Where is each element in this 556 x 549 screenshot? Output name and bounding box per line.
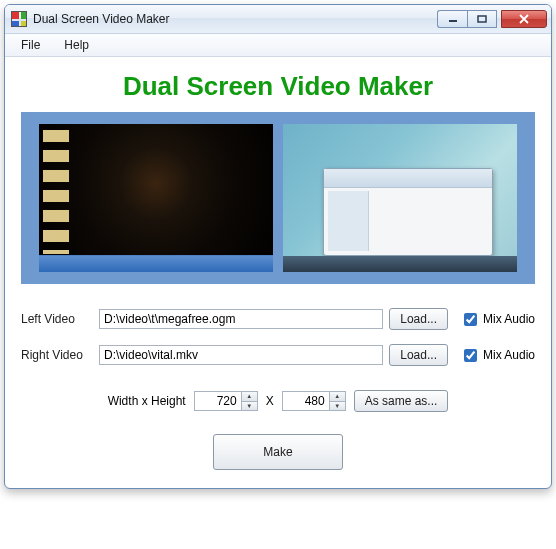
app-heading: Dual Screen Video Maker [21, 71, 535, 102]
close-icon [518, 14, 530, 24]
dimensions-sep: X [266, 394, 274, 408]
width-down-icon[interactable]: ▼ [242, 402, 257, 411]
svg-rect-0 [449, 20, 457, 22]
minimize-button[interactable] [437, 10, 467, 28]
right-mix-audio[interactable]: Mix Audio [460, 346, 535, 365]
menu-file[interactable]: File [11, 36, 50, 54]
right-video-path-input[interactable] [99, 345, 383, 365]
left-mix-checkbox[interactable] [464, 313, 477, 326]
right-preview-inner [323, 168, 493, 256]
left-mix-audio[interactable]: Mix Audio [460, 310, 535, 329]
preview-panel [21, 112, 535, 284]
left-video-row: Left Video Load... Mix Audio [21, 308, 535, 330]
width-spinner[interactable]: ▲ ▼ [194, 391, 258, 411]
right-load-button[interactable]: Load... [389, 344, 448, 366]
dimensions-label: Width x Height [108, 394, 186, 408]
width-spin-buttons[interactable]: ▲ ▼ [241, 392, 257, 410]
minimize-icon [448, 15, 458, 23]
titlebar: Dual Screen Video Maker [5, 5, 551, 34]
left-video-path-input[interactable] [99, 309, 383, 329]
height-spinner[interactable]: ▲ ▼ [282, 391, 346, 411]
as-same-as-button[interactable]: As same as... [354, 390, 449, 412]
left-video-label: Left Video [21, 312, 93, 326]
window-buttons [437, 10, 547, 28]
height-spin-buttons[interactable]: ▲ ▼ [329, 392, 345, 410]
width-input[interactable] [195, 392, 241, 410]
app-window: Dual Screen Video Maker File Help Dual S… [4, 4, 552, 489]
height-input[interactable] [283, 392, 329, 410]
left-load-button[interactable]: Load... [389, 308, 448, 330]
make-button[interactable]: Make [213, 434, 343, 470]
right-video-preview [283, 124, 517, 272]
right-mix-label: Mix Audio [483, 348, 535, 362]
menubar: File Help [5, 34, 551, 57]
left-mix-label: Mix Audio [483, 312, 535, 326]
form-area: Left Video Load... Mix Audio Right Video… [21, 308, 535, 470]
svg-rect-1 [478, 16, 486, 22]
dimensions-row: Width x Height ▲ ▼ X ▲ ▼ As same a [21, 390, 535, 412]
right-video-row: Right Video Load... Mix Audio [21, 344, 535, 366]
window-title: Dual Screen Video Maker [33, 12, 437, 26]
width-up-icon[interactable]: ▲ [242, 392, 257, 402]
menu-help[interactable]: Help [54, 36, 99, 54]
close-button[interactable] [501, 10, 547, 28]
height-down-icon[interactable]: ▼ [330, 402, 345, 411]
right-mix-checkbox[interactable] [464, 349, 477, 362]
make-row: Make [21, 434, 535, 470]
left-video-preview [39, 124, 273, 272]
maximize-icon [477, 15, 487, 23]
right-video-label: Right Video [21, 348, 93, 362]
app-icon [11, 11, 27, 27]
maximize-button[interactable] [467, 10, 497, 28]
content-area: Dual Screen Video Maker Left Video Load.… [5, 57, 551, 488]
height-up-icon[interactable]: ▲ [330, 392, 345, 402]
